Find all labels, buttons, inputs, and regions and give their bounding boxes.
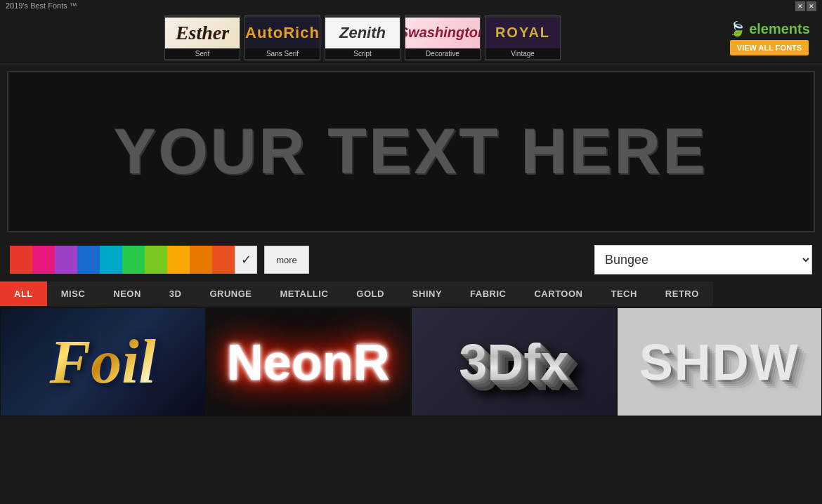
tab-metallic[interactable]: METALLIC [266, 281, 343, 306]
category-tabs: ALL MISC NEON 3D GRUNGE METALLIC GOLD SH… [0, 281, 822, 306]
elements-banner: 🍃 elements VIEW ALL FONTS [724, 20, 815, 55]
color-swatches: ✓ [10, 246, 257, 274]
font-card-script-label: Script [325, 48, 400, 59]
neon-text: NeonR [227, 333, 390, 391]
font-card-sans-serif-label: Sans Serif [245, 48, 320, 59]
tab-shiny[interactable]: SHINY [398, 281, 456, 306]
swatch-checkmark[interactable]: ✓ [235, 246, 257, 274]
ad-close-button[interactable]: ✕ [807, 1, 816, 11]
style-card-foil[interactable]: Foil [0, 307, 206, 416]
font-card-decorative-preview: Swashington [405, 18, 480, 48]
view-all-fonts-button[interactable]: VIEW ALL FONTS [730, 40, 809, 55]
swatch-orange[interactable] [190, 246, 212, 274]
font-card-serif[interactable]: Esther Serif [164, 15, 240, 60]
swatch-green[interactable] [122, 246, 145, 274]
shadow-text: SHDW [639, 333, 800, 391]
tab-fabric[interactable]: FABRIC [456, 281, 520, 306]
ad-banner: Esther Serif AutoRich Sans Serif Zenith … [0, 11, 822, 65]
elements-logo: 🍃 elements [729, 20, 810, 37]
font-card-serif-preview: Esther [165, 18, 240, 48]
tab-gold[interactable]: GOLD [342, 281, 398, 306]
font-card-vintage-label: Vintage [485, 48, 560, 59]
ad-minimize-button[interactable]: ✕ [795, 1, 805, 11]
preview-area: YOUR TEXT HERE [7, 71, 815, 232]
style-card-neon[interactable]: NeonR [206, 307, 412, 416]
font-card-serif-label: Serif [165, 48, 240, 59]
style-card-3dfx[interactable]: 3Dfx [411, 307, 617, 416]
font-card-vintage[interactable]: ROYAL Vintage [485, 15, 561, 60]
tab-tech[interactable]: TECH [596, 281, 651, 306]
swatch-red-orange[interactable] [212, 246, 235, 274]
swatch-blue[interactable] [77, 246, 100, 274]
elements-text: elements [749, 21, 810, 37]
tab-all[interactable]: ALL [0, 281, 47, 306]
font-card-vintage-preview: ROYAL [485, 18, 560, 48]
swatch-lime[interactable] [145, 246, 167, 274]
font-select-wrapper: Bungee Arial Georgia Impact Verdana [594, 245, 812, 274]
foil-text: Foil [49, 326, 156, 397]
font-card-decorative[interactable]: Swashington Decorative [405, 15, 481, 60]
threed-text: 3Dfx [459, 333, 568, 391]
swatch-cyan[interactable] [100, 246, 122, 274]
font-card-script[interactable]: Zenith Script [325, 15, 400, 60]
style-card-shdw[interactable]: SHDW [617, 307, 823, 416]
tab-misc[interactable]: MISC [47, 281, 100, 306]
font-card-decorative-label: Decorative [405, 48, 480, 59]
leaf-icon: 🍃 [729, 20, 746, 37]
ad-top-bar: 2019's Best Fonts ™ ✕ ✕ [0, 0, 822, 11]
ad-label: 2019's Best Fonts ™ [6, 1, 77, 10]
swatch-purple[interactable] [55, 246, 77, 274]
controls-row: ✓ more Bungee Arial Georgia Impact Verda… [0, 238, 822, 281]
swatch-red[interactable] [10, 246, 32, 274]
tab-grunge[interactable]: GRUNGE [195, 281, 266, 306]
font-card-sans-serif[interactable]: AutoRich Sans Serif [244, 15, 320, 60]
preview-text: YOUR TEXT HERE [114, 116, 708, 188]
tab-retro[interactable]: RETRO [651, 281, 713, 306]
swatch-hot-pink[interactable] [32, 246, 55, 274]
swatch-orange-yellow[interactable] [167, 246, 190, 274]
font-card-sans-serif-preview: AutoRich [245, 18, 320, 48]
font-cards-container: Esther Serif AutoRich Sans Serif Zenith … [7, 15, 718, 60]
tab-neon[interactable]: NEON [99, 281, 155, 306]
ad-close-buttons: ✕ ✕ [795, 1, 816, 11]
more-colors-button[interactable]: more [264, 246, 309, 274]
tab-cartoon[interactable]: CARTOON [520, 281, 596, 306]
styles-grid: Foil NeonR 3Dfx SHDW [0, 307, 822, 416]
font-select[interactable]: Bungee Arial Georgia Impact Verdana [594, 245, 812, 274]
tab-3d[interactable]: 3D [155, 281, 196, 306]
font-card-script-preview: Zenith [325, 18, 400, 48]
